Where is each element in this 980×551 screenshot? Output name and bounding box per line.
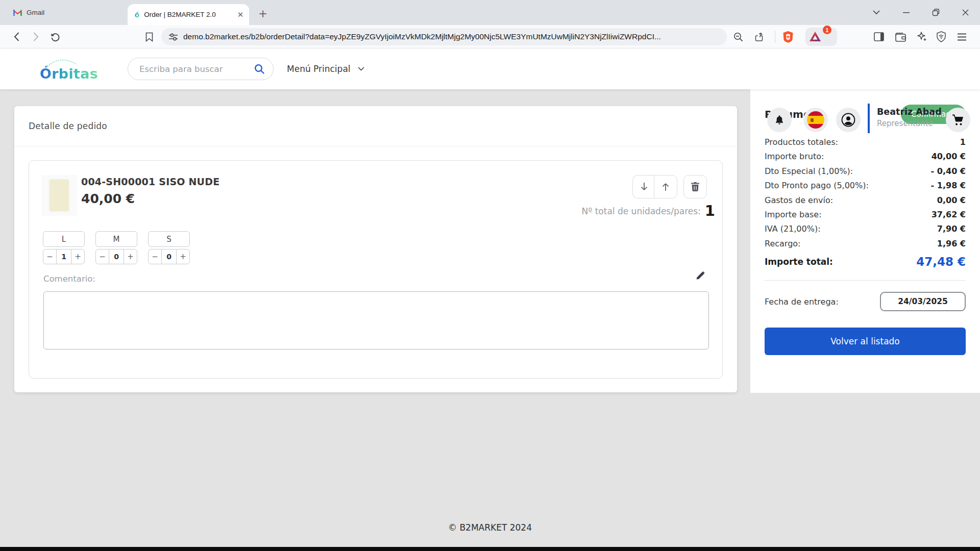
size-label-l[interactable]: L xyxy=(43,231,85,247)
qty-minus-button[interactable]: − xyxy=(43,249,56,264)
url-text[interactable]: demo.b2market.es/b2b/orderDetail?data=ey… xyxy=(183,32,661,41)
main-menu-button[interactable]: Menú Principal xyxy=(287,61,364,77)
qty-value[interactable]: 1 xyxy=(56,249,71,264)
total-label: Importe total: xyxy=(765,257,833,267)
trash-icon xyxy=(691,182,700,192)
delivery-row: Fecha de entrega: 24/03/2025 xyxy=(765,292,966,311)
search-input[interactable] xyxy=(138,64,254,74)
arrow-down-icon xyxy=(640,182,648,191)
move-up-button[interactable] xyxy=(654,175,677,198)
qty-value[interactable]: 0 xyxy=(161,249,177,264)
back-to-list-button[interactable]: Volver al listado xyxy=(765,328,966,355)
reload-icon[interactable] xyxy=(47,29,63,45)
qty-value[interactable]: 0 xyxy=(109,249,124,264)
summary-row: IVA (21,00%): 7,90 € xyxy=(765,222,966,236)
qty-minus-button[interactable]: − xyxy=(96,249,109,264)
cart-icon xyxy=(951,114,965,126)
brave-shields-icon[interactable] xyxy=(780,29,796,45)
qty-plus-button[interactable]: + xyxy=(71,249,84,264)
delete-product-button[interactable] xyxy=(683,175,707,198)
total-units: Nº total de unidades/pares: 1 xyxy=(582,204,715,218)
summary-divider xyxy=(765,280,966,281)
notifications-button[interactable] xyxy=(767,108,792,132)
product-line-card: 004-SH00001 SISO NUDE 40,00 € xyxy=(29,160,723,379)
spain-flag-icon xyxy=(807,111,824,129)
comment-textarea[interactable] xyxy=(43,291,709,349)
language-button[interactable] xyxy=(803,108,828,132)
summary-row: Dto Pronto pago (5,00%): - 1,98 € xyxy=(765,179,966,193)
qty-minus-button[interactable]: − xyxy=(149,249,161,264)
site-header: Órbitas Menú Principal xyxy=(0,48,980,89)
user-block[interactable]: Beatriz Abad Representante xyxy=(877,107,942,128)
close-window-button[interactable] xyxy=(950,0,980,25)
pencil-icon xyxy=(695,270,706,281)
profile-button[interactable] xyxy=(836,108,861,132)
summary-row: Importe base: 37,62 € xyxy=(765,208,966,222)
new-tab-button[interactable]: + xyxy=(255,6,271,21)
window-controls xyxy=(862,0,980,25)
order-title: Detalle de pedido xyxy=(29,121,107,131)
size-label-s[interactable]: S xyxy=(148,231,190,247)
qty-plus-button[interactable]: + xyxy=(177,249,189,264)
delivery-date-input[interactable]: 24/03/2025 xyxy=(880,292,966,311)
gmail-icon xyxy=(13,9,22,16)
orbitas-logo[interactable]: Órbitas xyxy=(40,60,96,83)
minimize-button[interactable] xyxy=(891,0,921,25)
qty-stepper-l: − 1 + xyxy=(43,249,85,264)
summary-row: Gastos de envío: 0,00 € xyxy=(765,193,966,208)
size-selectors: L − 1 + M − 0 + S xyxy=(43,231,190,264)
qty-stepper-s: − 0 + xyxy=(148,249,190,264)
tab-search-icon[interactable] xyxy=(862,0,891,25)
move-down-button[interactable] xyxy=(632,175,655,198)
site-settings-icon[interactable] xyxy=(168,32,178,42)
qty-plus-button[interactable]: + xyxy=(124,249,137,264)
browser-toolbar: demo.b2market.es/b2b/orderDetail?data=ey… xyxy=(0,25,980,48)
tab-close-icon[interactable]: ✕ xyxy=(236,10,245,19)
main-menu-label: Menú Principal xyxy=(287,64,351,74)
address-bar[interactable]: demo.b2market.es/b2b/orderDetail?data=ey… xyxy=(161,28,727,45)
active-tab[interactable]: ó Order | B2MARKET 2.0 ✕ xyxy=(128,4,249,25)
total-value: 47,48 € xyxy=(916,255,966,268)
size-label-m[interactable]: M xyxy=(95,231,137,247)
delivery-label: Fecha de entrega: xyxy=(765,297,839,307)
restore-button[interactable] xyxy=(921,0,950,25)
menu-hamburger-icon[interactable] xyxy=(953,29,970,45)
total-units-label: Nº total de unidades/pares: xyxy=(582,206,701,216)
cart-button[interactable] xyxy=(946,108,970,132)
sidebar-panel-icon[interactable] xyxy=(871,29,887,45)
search-box[interactable] xyxy=(128,58,274,80)
summary-total-row: Importe total: 47,48 € xyxy=(765,255,966,268)
product-price: 40,00 € xyxy=(81,191,135,206)
brave-rewards-button[interactable]: 1 xyxy=(805,28,837,46)
edit-comment-button[interactable] xyxy=(695,270,706,281)
bookmark-icon[interactable] xyxy=(141,29,157,45)
zoom-out-icon[interactable] xyxy=(730,29,746,45)
footer-copyright: © B2MARKET 2024 xyxy=(0,522,980,533)
pinned-tab-gmail[interactable]: Gmail xyxy=(8,0,50,25)
order-detail-card: Detalle de pedido 004-SH00001 SISO NUDE … xyxy=(14,106,737,392)
rewards-badge: 1 xyxy=(823,26,831,34)
back-icon[interactable] xyxy=(8,29,24,45)
order-card-header: Detalle de pedido xyxy=(14,106,737,146)
search-icon[interactable] xyxy=(254,63,265,74)
bell-icon xyxy=(774,114,785,126)
product-name: 004-SH00001 SISO NUDE xyxy=(81,176,219,187)
vpn-shield-icon[interactable] xyxy=(933,29,949,45)
forward-icon[interactable] xyxy=(28,29,44,45)
chevron-down-icon xyxy=(358,67,364,71)
summary-row: Productos totales: 1 xyxy=(765,135,966,149)
user-name: Beatriz Abad xyxy=(877,107,942,117)
leo-ai-icon[interactable] xyxy=(914,29,930,45)
product-image[interactable] xyxy=(41,175,77,216)
size-col-m: M − 0 + xyxy=(95,231,137,264)
share-icon[interactable] xyxy=(751,29,768,45)
size-col-s: S − 0 + xyxy=(148,231,190,264)
size-col-l: L − 1 + xyxy=(43,231,85,264)
user-role: Representante xyxy=(877,119,942,128)
screen: Gmail ó Order | B2MARKET 2.0 ✕ + xyxy=(0,0,980,551)
toolbar-divider xyxy=(775,31,775,43)
summary-sidebar: Resumen Confirmado Productos totales: 1 … xyxy=(750,89,980,393)
wallet-icon[interactable] xyxy=(892,29,909,45)
comment-label: Comentario: xyxy=(43,274,95,284)
browser-tab-strip: Gmail ó Order | B2MARKET 2.0 ✕ + xyxy=(0,0,980,25)
